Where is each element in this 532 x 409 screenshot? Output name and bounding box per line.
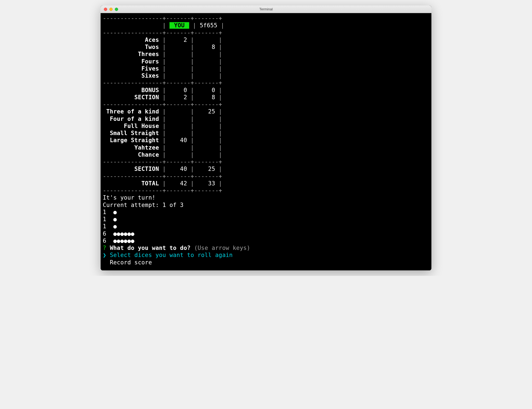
prompt-hint: (Use arrow keys) <box>194 245 250 251</box>
lower-section-p2: 25 <box>198 166 215 172</box>
lower-0-p2: 25 <box>198 108 215 115</box>
lower-0-row: Three of a kind | | 25 | <box>103 108 429 115</box>
lower-1-row: Four of a kind | | | <box>103 115 429 122</box>
lower-section-you: 40 <box>169 166 187 172</box>
upper-4-label: Fives <box>103 65 159 72</box>
die-3: 6 ●●●●●● <box>103 230 429 237</box>
upper-2-you <box>169 51 187 57</box>
lower-2-label: Full House <box>103 123 159 129</box>
upper-section-p2: 8 <box>198 94 215 101</box>
upper-3-you <box>169 58 187 65</box>
grand-total-row: TOTAL | 42 | 33 | <box>103 180 429 187</box>
lower-3-label: Small Straight <box>103 130 159 136</box>
grand-total-you: 42 <box>169 180 187 187</box>
table-divider: -----------------+-------+-------+ <box>103 187 429 194</box>
close-button[interactable] <box>104 8 107 11</box>
upper-3-p2 <box>198 58 215 65</box>
menu-record-label: Record score <box>110 259 152 266</box>
die-2: 1 ● <box>103 223 429 230</box>
upper-5-p2 <box>198 72 215 79</box>
terminal-output[interactable]: -----------------+-------+-------+ | YOU… <box>101 13 431 270</box>
window-title: Terminal <box>101 7 431 11</box>
die-0-pips-icon: ● <box>113 209 117 215</box>
terminal-window: Terminal -----------------+-------+-----… <box>101 5 431 270</box>
lower-section-label: SECTION <box>103 166 159 172</box>
upper-0-p2 <box>198 37 215 43</box>
lower-2-row: Full House | | | <box>103 122 429 130</box>
upper-2-label: Threes <box>103 51 159 57</box>
lower-0-you <box>169 108 187 115</box>
die-1-pips-icon: ● <box>113 216 117 223</box>
menu-pointer-icon: ❯ <box>103 252 106 258</box>
menu-item-selected[interactable]: ❯ Select dices you want to roll again <box>103 252 429 259</box>
minimize-button[interactable] <box>109 8 113 11</box>
table-divider: -----------------+-------+-------+ <box>103 173 429 180</box>
lower-4-you: 40 <box>169 137 187 144</box>
lower-3-row: Small Straight | | | <box>103 130 429 137</box>
lower-4-row: Large Straight | 40 | | <box>103 137 429 144</box>
die-4-pips-icon: ●●●●●● <box>113 238 135 244</box>
lower-1-p2 <box>198 116 215 122</box>
table-divider: -----------------+-------+-------+ <box>103 79 429 86</box>
die-4-value: 6 <box>103 238 106 244</box>
lower-6-row: Chance | | | <box>103 151 429 158</box>
lower-0-label: Three of a kind <box>103 108 159 115</box>
die-4: 6 ●●●●●● <box>103 237 429 244</box>
lower-2-you <box>169 123 187 129</box>
window-controls <box>101 8 118 11</box>
upper-5-you <box>169 72 187 79</box>
grand-total-label: TOTAL <box>103 180 159 187</box>
player-p2-label: 5f655 <box>200 22 217 29</box>
table-divider: -----------------+-------+-------+ <box>103 158 429 165</box>
lower-4-p2 <box>198 137 215 144</box>
upper-section-you: 2 <box>169 94 187 101</box>
turn-message: It's your turn! <box>103 194 429 201</box>
upper-1-you <box>169 44 187 50</box>
die-3-value: 6 <box>103 230 106 237</box>
die-1: 1 ● <box>103 216 429 223</box>
upper-section-label: SECTION <box>103 94 159 101</box>
prompt-row: ? What do you want to do? (Use arrow key… <box>103 244 429 252</box>
lower-4-label: Large Straight <box>103 137 159 144</box>
upper-3-label: Fours <box>103 58 159 65</box>
upper-bonus-you: 0 <box>169 87 187 94</box>
upper-4-p2 <box>198 65 215 72</box>
lower-5-you <box>169 144 187 151</box>
die-2-pips-icon: ● <box>113 223 117 230</box>
upper-5-label: Sixes <box>103 72 159 79</box>
lower-1-label: Four of a kind <box>103 116 159 122</box>
upper-2-row: Threes | | | <box>103 51 429 58</box>
table-divider: -----------------+-------+-------+ <box>103 101 429 108</box>
table-divider: -----------------+-------+-------+ <box>103 29 429 36</box>
grand-total-p2: 33 <box>198 180 215 187</box>
lower-2-p2 <box>198 123 215 129</box>
lower-5-row: Yahtzee | | | <box>103 144 429 151</box>
lower-6-p2 <box>198 151 215 158</box>
upper-2-p2 <box>198 51 215 57</box>
die-0-value: 1 <box>103 209 106 215</box>
menu-item-record[interactable]: Record score <box>103 259 429 266</box>
lower-3-you <box>169 130 187 136</box>
upper-0-label: Aces <box>103 37 159 43</box>
upper-1-p2: 8 <box>198 44 215 50</box>
zoom-button[interactable] <box>115 8 118 11</box>
upper-0-you: 2 <box>169 37 187 43</box>
upper-1-row: Twos | | 8 | <box>103 43 429 51</box>
die-2-value: 1 <box>103 223 106 230</box>
upper-section-row: SECTION | 2 | 8 | <box>103 94 429 101</box>
upper-bonus-row: BONUS | 0 | 0 | <box>103 87 429 94</box>
lower-6-you <box>169 151 187 158</box>
table-divider: -----------------+-------+-------+ <box>103 15 429 22</box>
upper-0-row: Aces | 2 | | <box>103 36 429 43</box>
player-you-badge: YOU <box>169 22 189 29</box>
lower-section-row: SECTION | 40 | 25 | <box>103 165 429 173</box>
upper-bonus-p2: 0 <box>198 87 215 94</box>
upper-3-row: Fours | | | <box>103 58 429 65</box>
lower-3-p2 <box>198 130 215 136</box>
lower-6-label: Chance <box>103 151 159 158</box>
upper-bonus-label: BONUS <box>103 87 159 94</box>
header-row: | YOU | 5f655 | <box>103 22 429 29</box>
die-0: 1 ● <box>103 209 429 216</box>
attempt-message: Current attempt: 1 of 3 <box>103 201 429 209</box>
die-1-value: 1 <box>103 216 106 223</box>
